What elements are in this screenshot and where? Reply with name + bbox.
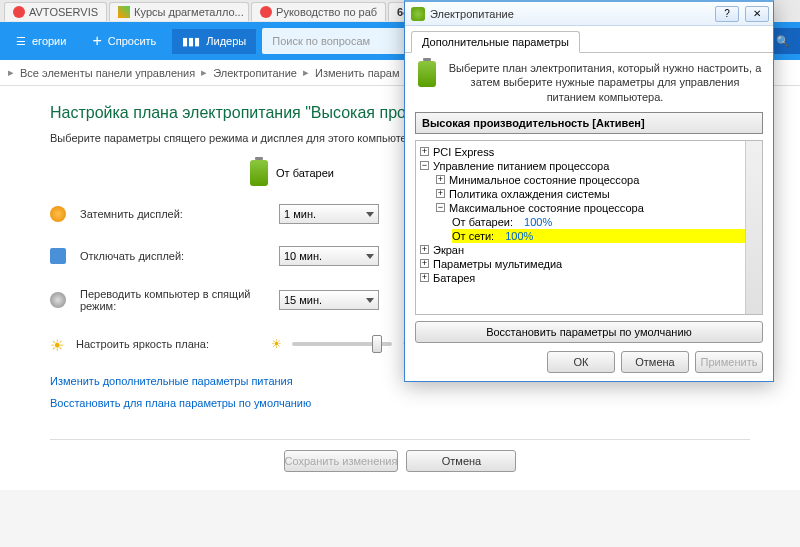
settings-tree[interactable]: +PCI Express −Управление питанием процес… <box>415 140 763 315</box>
tree-item[interactable]: Управление питанием процессора <box>433 160 609 172</box>
tree-value[interactable]: 100% <box>524 216 552 228</box>
chevron-down-icon <box>366 298 374 303</box>
chevron-down-icon <box>366 212 374 217</box>
tree-value-label[interactable]: От батареи: <box>452 216 513 228</box>
dialog-title: Электропитание <box>430 8 514 20</box>
chevron-right-icon: ▸ <box>201 66 207 79</box>
display-off-icon <box>50 248 66 264</box>
ask-button[interactable]: +Спросить <box>82 26 166 56</box>
tree-item[interactable]: Политика охлаждения системы <box>449 188 610 200</box>
tree-item[interactable]: Батарея <box>433 272 475 284</box>
expand-icon[interactable]: + <box>420 147 429 156</box>
chevron-right-icon: ▸ <box>303 66 309 79</box>
categories-button[interactable]: ☰егории <box>6 29 76 54</box>
leaders-button[interactable]: ▮▮▮Лидеры <box>172 29 256 54</box>
cancel-button[interactable]: Отмена <box>621 351 689 373</box>
search-icon: 🔍 <box>776 35 790 48</box>
collapse-icon[interactable]: − <box>420 161 429 170</box>
expand-icon[interactable]: + <box>420 245 429 254</box>
collapse-icon[interactable]: − <box>436 203 445 212</box>
plan-select-dropdown[interactable]: Высокая производительность [Активен] <box>415 112 763 134</box>
brightness-icon: ☀ <box>50 336 66 352</box>
tree-item[interactable]: PCI Express <box>433 146 494 158</box>
browser-tab[interactable]: Курсы драгметалло... <box>109 2 249 21</box>
tree-item[interactable]: Максимальное состояние процессора <box>449 202 644 214</box>
tab-label: Курсы драгметалло... <box>134 6 244 18</box>
battery-icon <box>250 160 268 186</box>
apply-button: Применить <box>695 351 763 373</box>
button-bar: Сохранить изменения Отмена <box>50 439 750 472</box>
expand-icon[interactable]: + <box>420 259 429 268</box>
dialog-button-row: ОК Отмена Применить <box>415 351 763 373</box>
tree-item[interactable]: Параметры мультимедиа <box>433 258 562 270</box>
expand-icon[interactable]: + <box>420 273 429 282</box>
chevron-right-icon: ▸ <box>8 66 14 79</box>
dim-icon <box>50 206 66 222</box>
setting-label: Затемнить дисплей: <box>80 208 265 220</box>
ok-button[interactable]: ОК <box>547 351 615 373</box>
chart-icon <box>118 6 130 18</box>
expand-icon[interactable]: + <box>436 175 445 184</box>
menu-icon: ☰ <box>16 35 26 48</box>
browser-tab[interactable]: AVTOSERVIS <box>4 2 107 21</box>
setting-label: Настроить яркость плана: <box>76 338 261 350</box>
setting-label: Переводить компьютер в спящий режим: <box>80 288 265 312</box>
tree-value-label[interactable]: От сети: <box>452 230 494 242</box>
power-icon <box>411 7 425 21</box>
breadcrumb-item[interactable]: Все элементы панели управления <box>20 67 195 79</box>
dialog-tab-strip: Дополнительные параметры <box>405 26 773 53</box>
sleep-dropdown[interactable]: 15 мин. <box>279 290 379 310</box>
breadcrumb-item[interactable]: Изменить парам <box>315 67 400 79</box>
browser-tab[interactable]: Руководство по раб <box>251 2 386 21</box>
dialog-description: Выберите план электропитания, который ну… <box>447 61 763 104</box>
brightness-slider[interactable] <box>292 342 392 346</box>
chevron-down-icon <box>366 254 374 259</box>
cancel-button[interactable]: Отмена <box>406 450 516 472</box>
tab-favicon <box>13 6 25 18</box>
dialog-title-bar[interactable]: Электропитание ? ✕ <box>405 2 773 26</box>
close-button[interactable]: ✕ <box>745 6 769 22</box>
setting-label: Отключать дисплей: <box>80 250 265 262</box>
expand-icon[interactable]: + <box>436 189 445 198</box>
breadcrumb-item[interactable]: Электропитание <box>213 67 297 79</box>
dialog-tab[interactable]: Дополнительные параметры <box>411 31 580 53</box>
tab-label: Руководство по раб <box>276 6 377 18</box>
slider-thumb[interactable] <box>372 335 382 353</box>
tab-favicon <box>260 6 272 18</box>
save-button: Сохранить изменения <box>284 450 399 472</box>
power-options-dialog: Электропитание ? ✕ Дополнительные параме… <box>404 0 774 382</box>
sleep-icon <box>50 292 66 308</box>
dim-dropdown[interactable]: 1 мин. <box>279 204 379 224</box>
battery-icon <box>418 61 436 87</box>
restore-defaults-link[interactable]: Восстановить для плана параметры по умол… <box>50 397 750 409</box>
plus-icon: + <box>92 32 101 50</box>
bars-icon: ▮▮▮ <box>182 35 200 48</box>
restore-defaults-button[interactable]: Восстановить параметры по умолчанию <box>415 321 763 343</box>
help-button[interactable]: ? <box>715 6 739 22</box>
tree-item[interactable]: Экран <box>433 244 464 256</box>
sun-small-icon: ☀ <box>271 337 282 351</box>
tree-item[interactable]: Минимальное состояние процессора <box>449 174 639 186</box>
tree-value[interactable]: 100% <box>505 230 533 242</box>
display-off-dropdown[interactable]: 10 мин. <box>279 246 379 266</box>
tab-label: AVTOSERVIS <box>29 6 98 18</box>
